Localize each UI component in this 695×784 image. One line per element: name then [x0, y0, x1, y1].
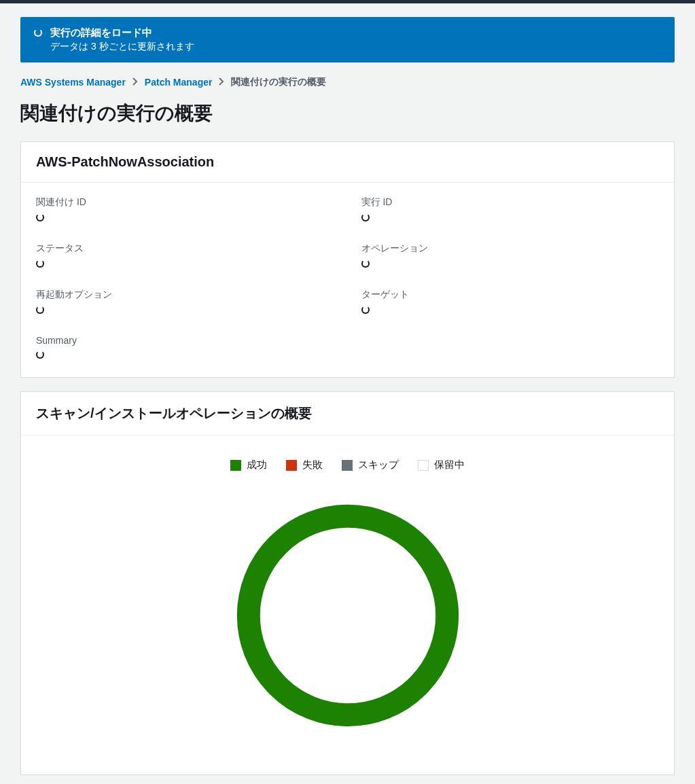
- chevron-right-icon: [132, 77, 138, 88]
- loading-flash-banner: 実行の詳細をロード中 データは 3 秒ごとに更新されます: [20, 17, 675, 63]
- field-association-id: 関連付け ID: [36, 196, 334, 224]
- flash-description: データは 3 秒ごとに更新されます: [50, 41, 194, 53]
- donut-chart: [232, 500, 463, 731]
- legend-item-pending: 保留中: [418, 459, 465, 471]
- value-targets: [361, 305, 660, 316]
- legend-swatch-pending: [418, 460, 429, 471]
- loading-spinner-icon: [36, 213, 44, 221]
- label-summary: Summary: [36, 335, 334, 346]
- breadcrumb-current: 関連付けの実行の概要: [231, 76, 326, 88]
- legend-item-failed: 失敗: [286, 459, 323, 471]
- loading-spinner-icon: [361, 213, 370, 221]
- association-details-panel: AWS-PatchNowAssociation 関連付け ID 実行 ID ステ…: [20, 141, 675, 378]
- value-summary: [36, 350, 334, 361]
- legend-swatch-skip: [342, 460, 353, 471]
- label-status: ステータス: [36, 243, 334, 255]
- value-association-id: [36, 213, 334, 224]
- association-name-heading: AWS-PatchNowAssociation: [36, 154, 659, 170]
- loading-spinner-icon: [361, 306, 370, 314]
- value-operation: [361, 259, 660, 270]
- label-execution-id: 実行 ID: [361, 196, 660, 209]
- value-execution-id: [361, 213, 660, 224]
- donut-chart-container: [36, 486, 659, 758]
- label-operation: オペレーション: [361, 243, 660, 255]
- loading-spinner-icon: [361, 260, 370, 268]
- loading-spinner-icon: [34, 28, 42, 39]
- legend-label-success: 成功: [247, 459, 267, 471]
- legend-swatch-failed: [286, 460, 297, 471]
- operation-summary-heading: スキャン/インストールオペレーションの概要: [36, 404, 659, 423]
- field-targets: ターゲット: [361, 289, 660, 316]
- breadcrumb: AWS Systems Manager Patch Manager 関連付けの実…: [20, 76, 675, 88]
- field-status: ステータス: [36, 243, 334, 270]
- label-targets: ターゲット: [361, 289, 660, 301]
- legend-label-skip: スキップ: [358, 459, 399, 471]
- page-title: 関連付けの実行の概要: [20, 101, 675, 126]
- legend-item-skip: スキップ: [342, 459, 399, 471]
- label-reboot-option: 再起動オプション: [36, 289, 334, 301]
- value-status: [36, 259, 334, 270]
- chart-legend: 成功 失敗 スキップ 保留中: [36, 449, 659, 486]
- legend-label-pending: 保留中: [434, 459, 465, 471]
- loading-spinner-icon: [36, 306, 44, 314]
- value-reboot-option: [36, 305, 334, 316]
- field-summary: Summary: [36, 335, 334, 361]
- flash-title: 実行の詳細をロード中: [50, 26, 194, 39]
- loading-spinner-icon: [36, 351, 44, 359]
- label-association-id: 関連付け ID: [36, 196, 334, 209]
- operation-summary-panel: スキャン/インストールオペレーションの概要 成功 失敗 スキップ 保留中: [20, 391, 675, 775]
- breadcrumb-patch-manager[interactable]: Patch Manager: [145, 77, 213, 88]
- field-reboot-option: 再起動オプション: [36, 289, 334, 316]
- chevron-right-icon: [219, 77, 224, 88]
- field-operation: オペレーション: [361, 243, 660, 270]
- loading-spinner-icon: [36, 260, 44, 268]
- legend-item-success: 成功: [230, 459, 267, 471]
- legend-swatch-success: [230, 460, 241, 471]
- legend-label-failed: 失敗: [302, 459, 323, 471]
- field-execution-id: 実行 ID: [361, 196, 660, 224]
- breadcrumb-systems-manager[interactable]: AWS Systems Manager: [20, 77, 126, 88]
- svg-point-0: [248, 516, 446, 715]
